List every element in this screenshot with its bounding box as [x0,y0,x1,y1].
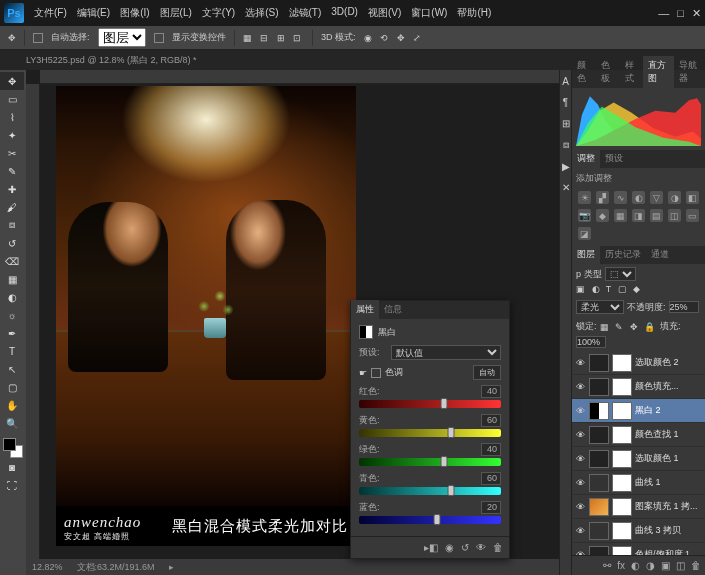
adj-lookup-icon[interactable]: ▦ [614,209,627,222]
path-tool[interactable]: ↖ [0,360,24,378]
gradient-tool[interactable]: ▦ [0,270,24,288]
layer-thumbnail[interactable] [589,378,609,396]
adj-brightness-icon[interactable]: ☀ [578,191,591,204]
document-tab[interactable]: LY3H5225.psd @ 12.8% (黑白 2, RGB/8) * [26,54,197,67]
layer-row[interactable]: 👁 颜色查找 1 [572,423,705,447]
layer-mask-thumbnail[interactable] [612,522,632,540]
layer-visibility-icon[interactable]: 👁 [575,525,586,536]
shape-tool[interactable]: ▢ [0,378,24,396]
type-tool[interactable]: T [0,342,24,360]
pen-tool[interactable]: ✒ [0,324,24,342]
slider-track[interactable] [359,400,501,408]
new-group-icon[interactable]: ▣ [661,560,670,571]
menu-item[interactable]: 文件(F) [30,3,71,23]
menu-item[interactable]: 滤镜(T) [285,3,326,23]
actions-panel-icon[interactable]: ▶ [562,161,570,172]
auto-select-checkbox[interactable] [33,33,43,43]
layer-visibility-icon[interactable]: 👁 [575,405,586,416]
menu-item[interactable]: 窗口(W) [407,3,451,23]
layer-thumbnail[interactable] [589,450,609,468]
layer-thumbnail[interactable] [589,546,609,556]
slider-knob[interactable] [441,456,448,467]
layer-visibility-icon[interactable]: 👁 [575,477,586,488]
menu-item[interactable]: 视图(V) [364,3,405,23]
layer-row[interactable]: 👁 选取颜色 2 [572,351,705,375]
layer-thumbnail[interactable] [589,474,609,492]
eraser-tool[interactable]: ⌫ [0,252,24,270]
hand-tool[interactable]: ✋ [0,396,24,414]
filter-icons[interactable]: ▣ ◐ T ▢ ◆ [576,284,642,294]
move-tool-icon[interactable]: ✥ [8,33,16,43]
layer-mask-thumbnail[interactable] [612,354,632,372]
close-icon[interactable]: ✕ [692,7,701,20]
adj-levels-icon[interactable]: ▞ [596,191,609,204]
layer-filter-dropdown[interactable]: ⬚ [605,267,636,281]
menu-item[interactable]: 文字(Y) [198,3,239,23]
window-controls[interactable]: — □ ✕ [658,7,701,20]
wand-tool[interactable]: ✦ [0,126,24,144]
layer-row[interactable]: 👁 曲线 1 [572,471,705,495]
panel-tab[interactable]: 样式 [620,56,644,88]
bw-slider[interactable]: 蓝色:20 [359,501,501,524]
color-swatches[interactable] [3,438,23,458]
adj-invert-icon[interactable]: ◨ [632,209,645,222]
auto-button[interactable]: 自动 [473,365,501,380]
menu-item[interactable]: 图层(L) [156,3,196,23]
menu-item[interactable]: 编辑(E) [73,3,114,23]
ruler-horizontal[interactable] [40,70,559,84]
adj-photo-icon[interactable]: 📷 [578,209,591,222]
panel-tab[interactable]: 信息 [379,300,407,319]
prev-state-icon[interactable]: ◉ [445,542,454,553]
layer-thumbnail[interactable] [589,522,609,540]
slider-track[interactable] [359,429,501,437]
panel-tab[interactable]: 通道 [646,245,674,264]
bw-slider[interactable]: 绿色:40 [359,443,501,466]
slider-knob[interactable] [434,514,441,525]
adj-exposure-icon[interactable]: ◐ [632,191,645,204]
brush-tool[interactable]: 🖌 [0,198,24,216]
tint-checkbox[interactable] [371,368,381,378]
char-panel-icon[interactable]: A [562,76,569,87]
show-transform-checkbox[interactable] [154,33,164,43]
panel-tab[interactable]: 直方图 [643,56,674,88]
blur-tool[interactable]: ◐ [0,288,24,306]
slider-value[interactable]: 40 [481,443,501,456]
layer-visibility-icon[interactable]: 👁 [575,453,586,464]
auto-select-dropdown[interactable]: 图层 [98,28,146,47]
panel-tab[interactable]: 预设 [600,149,628,168]
layer-mask-thumbnail[interactable] [612,426,632,444]
minimize-icon[interactable]: — [658,7,669,20]
panel-tab[interactable]: 属性 [351,300,379,319]
panel-tab[interactable]: 颜色 [572,56,596,88]
new-adj-icon[interactable]: ◑ [646,560,655,571]
slider-knob[interactable] [448,485,455,496]
delete-layer-icon[interactable]: 🗑 [691,560,701,571]
layer-mask-thumbnail[interactable] [612,378,632,396]
screenmode-tool[interactable]: ⛶ [0,476,24,494]
bw-slider[interactable]: 黄色:60 [359,414,501,437]
menu-item[interactable]: 图像(I) [116,3,153,23]
panel-tab[interactable]: 历史记录 [600,245,646,264]
properties-panel[interactable]: 属性信息 黑白 预设: 默认值 ☛ 色调 自动 红色:40 黄色:60 绿色:4… [350,300,510,559]
slider-track[interactable] [359,487,501,495]
lasso-tool[interactable]: ⌇ [0,108,24,126]
adj-poster-icon[interactable]: ▤ [650,209,663,222]
slider-track[interactable] [359,458,501,466]
layer-row[interactable]: 👁 色相/饱和度 1 [572,543,705,555]
opacity-input[interactable] [669,301,699,313]
layer-visibility-icon[interactable]: 👁 [575,501,586,512]
close-panel-icon[interactable]: ✕ [562,182,570,193]
layer-thumbnail[interactable] [589,402,609,420]
reset-icon[interactable]: ↺ [461,542,469,553]
panel-tab[interactable]: 调整 [572,149,600,168]
slider-value[interactable]: 20 [481,501,501,514]
layer-visibility-icon[interactable]: 👁 [575,357,586,368]
layer-row[interactable]: 👁 颜色填充... [572,375,705,399]
move-tool[interactable]: ✥ [0,72,24,90]
adj-gradmap-icon[interactable]: ▭ [686,209,699,222]
status-chevron-icon[interactable]: ▸ [169,562,174,572]
toggle-vis-icon[interactable]: 👁 [476,542,486,553]
zoom-level[interactable]: 12.82% [32,562,63,572]
preset-dropdown[interactable]: 默认值 [391,345,501,360]
slider-value[interactable]: 60 [481,414,501,427]
